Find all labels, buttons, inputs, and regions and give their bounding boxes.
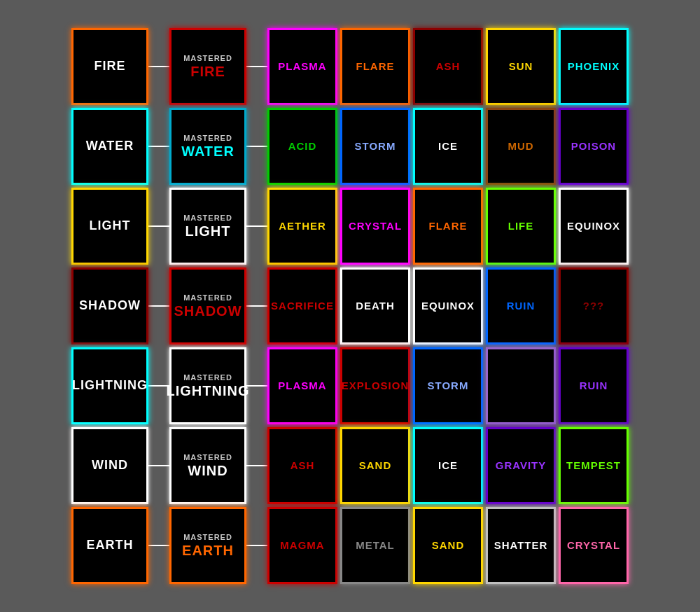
derived-element-label: ACID <box>288 141 317 153</box>
base-element-label: SHADOW <box>79 299 141 313</box>
derived-element-label: ICE <box>438 141 458 153</box>
derived-element-label: STORM <box>355 141 396 153</box>
element-row: LIGHTNINGMASTEREDLIGHTNINGPLASMAEXPLOSIO… <box>71 347 629 424</box>
mastered-element-box: MASTEREDLIGHT <box>169 188 246 265</box>
connector-line <box>148 545 169 546</box>
derived-element-box: POISON <box>559 108 629 185</box>
derived-element-label: FLARE <box>356 61 395 73</box>
derived-element-label: EXPLOSION <box>342 380 410 392</box>
derived-element-box: PHOENIX <box>559 28 629 105</box>
derived-element-label: PLASMA <box>278 380 326 392</box>
base-element-label: LIGHTNING <box>72 379 148 393</box>
element-chart: FIREMASTEREDFIREPLASMAFLAREASHSUNPHOENIX… <box>64 21 636 591</box>
derived-element-box: LIFE <box>486 188 556 265</box>
derived-element-box: FLARE <box>413 188 483 265</box>
derived-element-box: MUD <box>486 108 556 185</box>
derived-element-label: SAND <box>432 540 465 552</box>
derived-element-label: SHATTER <box>494 540 548 552</box>
connector-line-2 <box>246 385 267 387</box>
connector-line-2 <box>246 465 267 466</box>
connector-line-2 <box>246 66 267 67</box>
derived-element-box: STORM <box>413 347 483 424</box>
derived-element-label: MUD <box>507 141 533 153</box>
mastered-name-label: WIND <box>188 463 227 479</box>
derived-element-label: POISON <box>571 141 616 153</box>
derived-element-box: ??? <box>559 267 629 345</box>
derived-element-label: LIFE <box>508 221 534 232</box>
connector-line <box>148 305 169 307</box>
derived-element-label: MAGMA <box>280 540 324 552</box>
derived-element-label: AETHER <box>279 221 326 232</box>
base-element-label: FIRE <box>94 60 125 74</box>
derived-element-label: EQUINOX <box>421 300 475 312</box>
derived-element-box: METAL <box>340 507 410 584</box>
mastered-name-label: LIGHTNING <box>167 383 250 399</box>
derived-element-box: CRYSTAL <box>340 188 410 265</box>
derived-element-label: DEATH <box>356 300 395 312</box>
connector-line-2 <box>246 305 267 307</box>
mastered-element-box: MASTEREDLIGHTNING <box>169 347 246 424</box>
mastered-name-label: WATER <box>181 144 234 160</box>
connector-line-2 <box>246 225 267 227</box>
mastered-top-label: MASTERED <box>183 373 232 382</box>
derived-element-label: CRYSTAL <box>567 540 620 552</box>
derived-element-label: SUN <box>509 61 533 73</box>
base-element-box: WIND <box>71 427 148 504</box>
base-element-box: FIRE <box>71 28 148 105</box>
derived-element-box: RUIN <box>559 347 629 424</box>
derived-element-box: STORM <box>340 108 410 185</box>
derived-element-label: RUIN <box>507 300 536 312</box>
derived-element-label: GRAVITY <box>496 460 547 472</box>
derived-element-label: ASH <box>436 61 461 73</box>
derived-element-label: METAL <box>356 540 395 552</box>
derived-element-box: PLASMA <box>267 347 337 424</box>
derived-element-box: CRYSTAL <box>559 507 629 584</box>
derived-element-label: CRYSTAL <box>349 221 402 232</box>
mastered-top-label: MASTERED <box>183 134 232 142</box>
derived-element-box: ICE <box>413 108 483 185</box>
derived-element-label: FLARE <box>429 221 468 232</box>
mastered-top-label: MASTERED <box>183 533 232 541</box>
derived-element-box: EXPLOSION <box>340 347 410 424</box>
base-element-box: LIGHT <box>71 188 148 265</box>
mastered-name-label: SHADOW <box>174 303 241 319</box>
derived-element-box: RUIN <box>486 267 556 345</box>
mastered-element-box: MASTEREDSHADOW <box>169 267 246 345</box>
derived-element-label: STORM <box>428 380 469 392</box>
connector-line-2 <box>246 146 267 147</box>
derived-element-label: ICE <box>438 460 458 472</box>
element-row: LIGHTMASTEREDLIGHTAETHERCRYSTALFLARELIFE… <box>71 188 629 265</box>
base-element-box: LIGHTNING <box>71 347 148 424</box>
derived-element-label: ATOMIC <box>498 380 543 392</box>
derived-element-box: ICE <box>413 427 483 504</box>
element-row: FIREMASTEREDFIREPLASMAFLAREASHSUNPHOENIX <box>71 28 629 105</box>
element-row: WATERMASTEREDWATERACIDSTORMICEMUDPOISON <box>71 108 629 185</box>
derived-element-label: EQUINOX <box>567 221 620 232</box>
base-element-label: WATER <box>86 139 134 153</box>
derived-element-box: TEMPEST <box>559 427 629 504</box>
mastered-element-box: MASTEREDWIND <box>169 427 246 504</box>
derived-element-label: SACRIFICE <box>271 300 334 312</box>
connector-line <box>148 465 169 466</box>
derived-element-label: SAND <box>359 460 392 472</box>
mastered-element-box: MASTEREDWATER <box>169 108 246 185</box>
derived-element-label: PLASMA <box>278 61 326 73</box>
connector-line <box>148 225 169 227</box>
mastered-top-label: MASTERED <box>183 214 232 222</box>
derived-element-box: DEATH <box>340 267 410 345</box>
mastered-element-box: MASTEREDFIRE <box>169 28 246 105</box>
derived-element-box: EQUINOX <box>413 267 483 345</box>
derived-element-box: ASH <box>267 427 337 504</box>
mastered-name-label: EARTH <box>182 543 234 559</box>
derived-element-box: ASH <box>413 28 483 105</box>
connector-line <box>148 146 169 147</box>
mastered-top-label: MASTERED <box>183 293 232 302</box>
connector-line <box>148 66 169 67</box>
base-element-label: WIND <box>92 459 128 473</box>
element-row: SHADOWMASTEREDSHADOWSACRIFICEDEATHEQUINO… <box>71 267 629 345</box>
derived-element-box: GRAVITY <box>486 427 556 504</box>
base-element-box: SHADOW <box>71 267 148 345</box>
derived-element-box: ATOMIC <box>486 347 556 424</box>
element-row: EARTHMASTEREDEARTHMAGMAMETALSANDSHATTERC… <box>71 507 629 584</box>
derived-element-box: SUN <box>486 28 556 105</box>
